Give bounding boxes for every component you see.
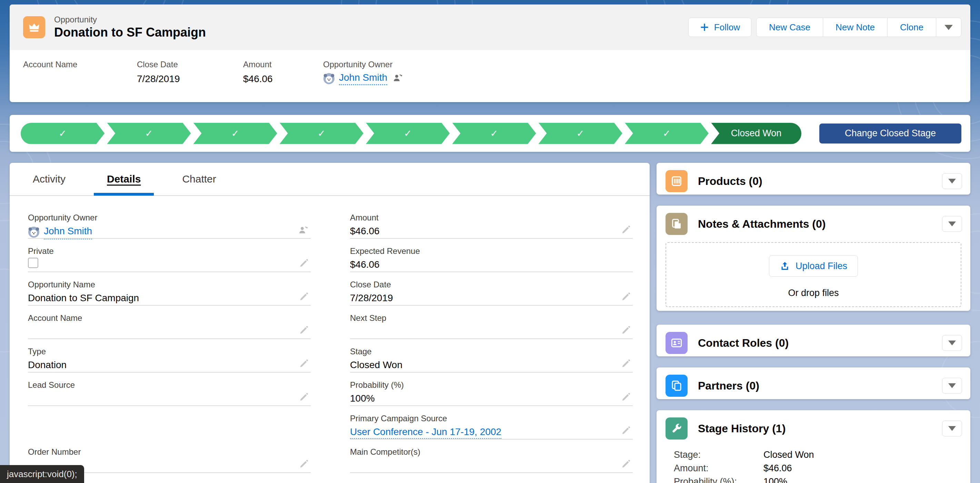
- edit-pencil-icon[interactable]: [621, 425, 632, 437]
- path-stage-completed[interactable]: ✓: [280, 123, 363, 144]
- partners-card: Partners (0): [657, 367, 970, 399]
- field-divider: [28, 238, 311, 239]
- field-divider: [350, 372, 633, 373]
- highlight-label: Close Date: [137, 59, 243, 70]
- collapse-button[interactable]: [942, 421, 962, 437]
- stage-history-icon: [665, 418, 687, 440]
- campaign-link[interactable]: User Conference - Jun 17-19, 2002: [350, 426, 501, 439]
- field-label: Opportunity Name: [28, 279, 311, 290]
- edit-pencil-icon[interactable]: [299, 358, 309, 370]
- field-opportunity-owner: Opportunity Owner John Smith: [28, 212, 311, 245]
- file-dropzone[interactable]: Upload Files Or drop files: [665, 242, 961, 307]
- field-primary-campaign-source: Primary Campaign Source User Conference …: [350, 413, 633, 446]
- highlights-panel: Account Name Close Date 7/28/2019 Amount…: [10, 50, 970, 85]
- private-checkbox[interactable]: [28, 258, 38, 268]
- tab-details[interactable]: Details: [105, 163, 142, 196]
- highlight-label: Opportunity Owner: [323, 59, 404, 70]
- field-value: $46.06: [350, 225, 380, 238]
- field-probability: Probability (%) 100%: [350, 379, 633, 413]
- field-private: Private: [28, 245, 311, 279]
- owner-link[interactable]: John Smith: [339, 72, 387, 85]
- edit-pencil-icon[interactable]: [299, 258, 309, 269]
- change-closed-stage-button[interactable]: Change Closed Stage: [819, 124, 961, 143]
- change-owner-icon[interactable]: [298, 224, 309, 238]
- path-stage-closed-won[interactable]: Closed Won: [711, 123, 801, 144]
- tab-chatter[interactable]: Chatter: [181, 163, 217, 196]
- highlight-value: [23, 73, 137, 85]
- collapse-button[interactable]: [942, 335, 962, 351]
- highlight-value: 7/28/2019: [137, 73, 243, 85]
- field-divider: [350, 405, 633, 406]
- more-actions-button[interactable]: [936, 18, 961, 37]
- collapse-button[interactable]: [942, 378, 962, 394]
- field-main-competitors: Main Competitor(s): [350, 446, 633, 480]
- page-title: Donation to SF Campaign: [54, 25, 206, 40]
- field-label: Amount: [350, 212, 633, 223]
- stage-history-row: Amount: $46.06: [674, 462, 961, 475]
- field-label: Stage: [350, 346, 633, 357]
- record-header-card: Opportunity Donation to SF Campaign Foll…: [10, 5, 970, 102]
- record-type-label: Opportunity: [54, 14, 206, 25]
- edit-pencil-icon[interactable]: [299, 325, 309, 336]
- field-label: Main Competitor(s): [350, 446, 633, 457]
- field-label: Probability (%): [350, 379, 633, 390]
- field-divider: [28, 372, 311, 373]
- highlight-label: Amount: [243, 59, 323, 70]
- collapse-button[interactable]: [942, 173, 962, 189]
- stage-history-row: Probability (%): 100%: [674, 475, 961, 483]
- path-stage-completed[interactable]: ✓: [21, 123, 105, 144]
- path-stage-completed[interactable]: ✓: [539, 123, 622, 144]
- upload-icon: [780, 261, 790, 271]
- path-stage-completed[interactable]: ✓: [452, 123, 536, 144]
- record-header-top: Opportunity Donation to SF Campaign Foll…: [10, 5, 970, 50]
- new-case-button[interactable]: New Case: [757, 18, 823, 37]
- highlight-label: Account Name: [23, 59, 137, 70]
- record-detail-card: Activity Details Chatter Opportunity Own…: [10, 163, 650, 483]
- record-action-group: New Case New Note Clone: [756, 18, 961, 37]
- field-label: Order Number: [28, 446, 311, 457]
- edit-pencil-icon[interactable]: [621, 291, 632, 303]
- edit-pencil-icon[interactable]: [621, 459, 632, 470]
- field-divider: [350, 238, 633, 239]
- related-list-title: Products (0): [698, 175, 762, 188]
- field-value: 100%: [350, 392, 375, 405]
- change-owner-icon[interactable]: [392, 72, 404, 85]
- field-divider: [350, 338, 633, 339]
- path-stage-completed[interactable]: ✓: [366, 123, 450, 144]
- field-label: Next Step: [350, 312, 633, 323]
- edit-pencil-icon[interactable]: [621, 358, 632, 370]
- edit-pencil-icon[interactable]: [299, 392, 309, 403]
- edit-pencil-icon[interactable]: [299, 291, 309, 303]
- notes-icon: [665, 213, 687, 235]
- edit-pencil-icon[interactable]: [621, 224, 632, 236]
- details-right-column: Amount $46.06 Expected Revenue $46.06 Cl…: [350, 212, 633, 480]
- upload-files-button[interactable]: Upload Files: [769, 255, 858, 277]
- stage-history-rows: Stage: Closed Won Amount: $46.06 Probabi…: [657, 442, 970, 483]
- tab-bar: Activity Details Chatter: [10, 163, 650, 196]
- edit-pencil-icon[interactable]: [621, 325, 632, 336]
- field-spacer: [28, 413, 311, 446]
- tab-activity[interactable]: Activity: [31, 163, 67, 196]
- new-note-button[interactable]: New Note: [823, 18, 887, 37]
- related-list-title: Stage History (1): [698, 422, 786, 435]
- avatar: [323, 73, 335, 84]
- field-value: $46.06: [350, 258, 380, 271]
- sales-path-card: ✓✓✓✓✓✓✓✓Closed Won Change Closed Stage: [10, 115, 970, 152]
- status-bar-link-preview: javascript:void(0);: [0, 465, 84, 483]
- collapse-button[interactable]: [942, 216, 962, 232]
- contact-roles-card: Contact Roles (0): [657, 325, 970, 356]
- edit-pencil-icon[interactable]: [299, 459, 309, 470]
- field-label: Close Date: [350, 279, 633, 290]
- follow-button[interactable]: Follow: [688, 18, 751, 37]
- owner-link[interactable]: John Smith: [44, 225, 92, 239]
- edit-pencil-icon[interactable]: [621, 392, 632, 403]
- path-stage-completed[interactable]: ✓: [107, 123, 191, 144]
- path-stage-completed[interactable]: ✓: [625, 123, 709, 144]
- plus-icon: [700, 22, 709, 32]
- contact-roles-icon: [665, 332, 687, 354]
- field-divider: [28, 305, 311, 306]
- field-label: Private: [28, 245, 311, 256]
- related-list-title: Contact Roles (0): [698, 337, 789, 349]
- clone-button[interactable]: Clone: [887, 18, 936, 37]
- path-stage-completed[interactable]: ✓: [193, 123, 277, 144]
